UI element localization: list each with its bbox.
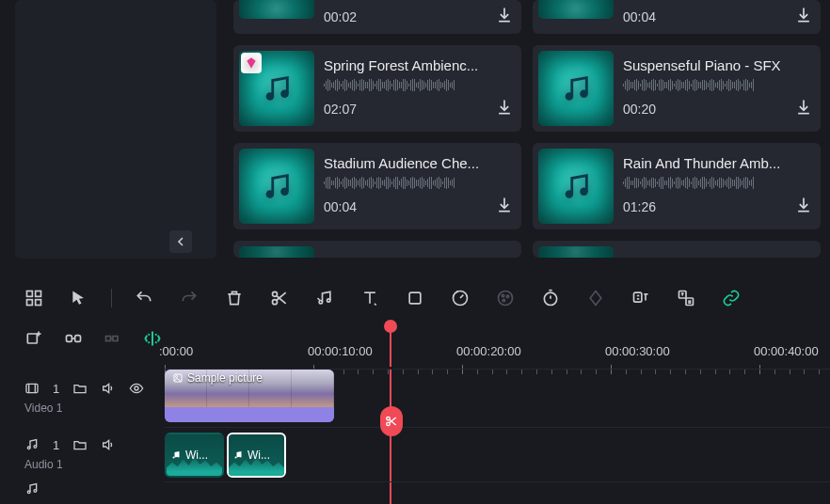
asset-grid: 00:02 00:04 <box>216 0 830 266</box>
speed-button[interactable] <box>451 289 470 307</box>
asset-waveform <box>623 79 813 92</box>
track-index: 1 <box>53 382 59 396</box>
svg-point-36 <box>176 376 178 378</box>
track-row-video: 1 Video 1 Sample picture <box>0 369 830 427</box>
layout-grid-button[interactable] <box>24 289 43 307</box>
add-track-button[interactable] <box>24 329 43 348</box>
svg-point-38 <box>34 446 37 449</box>
asset-card[interactable] <box>233 241 521 258</box>
video-clip[interactable]: Sample picture <box>165 370 334 422</box>
svg-rect-27 <box>67 336 72 342</box>
track-name: Video 1 <box>24 402 165 415</box>
time-ruler[interactable]: :00:00 00:00:10:00 00:00:20:00 00:00:30:… <box>165 339 830 369</box>
delete-button[interactable] <box>225 289 244 307</box>
audio-track-icon <box>24 437 40 452</box>
playhead[interactable] <box>390 325 391 367</box>
asset-duration: 00:04 <box>623 9 656 24</box>
svg-rect-23 <box>634 292 642 302</box>
visibility-icon[interactable] <box>129 381 144 396</box>
asset-waveform <box>324 177 514 190</box>
svg-point-15 <box>327 299 330 302</box>
separator <box>111 289 112 307</box>
download-icon[interactable] <box>495 98 514 120</box>
audio-track-icon <box>24 481 40 496</box>
color-button[interactable] <box>496 289 515 307</box>
svg-point-19 <box>502 294 504 297</box>
audio-clip[interactable]: Wi... <box>165 433 224 478</box>
track-row-audio <box>0 481 830 496</box>
sidebar-collapse-button[interactable] <box>169 230 192 253</box>
undo-button[interactable] <box>135 289 153 307</box>
translate-button[interactable] <box>677 289 695 307</box>
asset-duration: 00:20 <box>623 102 656 117</box>
asset-title: Suspenseful Piano - SFX <box>623 57 813 73</box>
audio-clip[interactable]: Wi... <box>227 433 286 478</box>
ripple-button[interactable] <box>104 329 122 348</box>
svg-point-6 <box>566 190 574 198</box>
speech-to-text-button[interactable] <box>631 289 650 307</box>
asset-sidebar <box>15 0 216 259</box>
playhead-split-button[interactable] <box>380 406 403 436</box>
svg-point-18 <box>499 291 513 306</box>
asset-card[interactable]: Spring Forest Ambienc... 02:07 <box>233 45 521 132</box>
asset-title: Stadium Audience Che... <box>324 155 514 171</box>
split-button[interactable] <box>270 289 289 307</box>
download-icon[interactable] <box>495 196 514 218</box>
svg-point-41 <box>235 457 237 459</box>
music-thumb <box>239 51 314 126</box>
asset-card[interactable]: Stadium Audience Che... 00:04 <box>233 143 521 229</box>
premium-badge-icon <box>241 53 262 73</box>
svg-point-0 <box>266 92 275 101</box>
svg-point-14 <box>319 301 322 304</box>
track-lane[interactable]: Sample picture <box>165 369 830 427</box>
mute-icon[interactable] <box>101 437 116 452</box>
select-tool-button[interactable] <box>70 289 88 307</box>
asset-duration: 02:07 <box>324 102 357 117</box>
music-thumb <box>538 149 614 224</box>
video-track-icon <box>24 381 40 396</box>
stopwatch-button[interactable] <box>541 289 560 307</box>
svg-point-20 <box>506 295 509 298</box>
audio-detach-button[interactable] <box>315 289 334 307</box>
link-tracks-button[interactable] <box>64 329 83 348</box>
asset-card[interactable]: 00:04 <box>533 0 821 34</box>
asset-duration: 00:02 <box>324 9 357 24</box>
svg-point-2 <box>566 92 574 101</box>
download-icon[interactable] <box>495 6 514 28</box>
asset-card[interactable]: Suspenseful Piano - SFX 00:20 <box>533 45 821 132</box>
download-icon[interactable] <box>794 196 813 218</box>
mute-icon[interactable] <box>101 381 116 396</box>
svg-rect-9 <box>36 291 41 297</box>
ruler-label: :00:00 <box>159 344 193 358</box>
track-index: 1 <box>53 438 59 452</box>
svg-point-42 <box>240 456 242 458</box>
text-button[interactable] <box>360 289 379 307</box>
svg-point-40 <box>178 456 180 458</box>
ruler-label: 00:00:20:00 <box>456 344 521 358</box>
music-thumb <box>239 246 314 258</box>
asset-card[interactable]: Rain And Thunder Amb... 01:26 <box>533 143 821 229</box>
crop-button[interactable] <box>406 289 424 307</box>
asset-title: Spring Forest Ambienc... <box>324 57 514 73</box>
asset-card[interactable]: 00:02 <box>233 0 521 34</box>
link-button[interactable] <box>722 289 741 307</box>
svg-point-34 <box>135 386 138 390</box>
asset-duration: 00:04 <box>324 199 357 214</box>
asset-card[interactable] <box>533 241 821 258</box>
download-icon[interactable] <box>794 98 813 120</box>
audio-clip-title: Wi... <box>247 449 270 462</box>
track-row-audio: 1 Audio 1 Wi... Wi... <box>0 427 830 481</box>
track-lane[interactable]: Wi... Wi... <box>165 427 830 481</box>
svg-point-43 <box>27 491 30 494</box>
timeline: :00:00 00:00:10:00 00:00:20:00 00:00:30:… <box>0 320 830 504</box>
folder-icon[interactable] <box>72 381 88 396</box>
ruler-label: 00:00:10:00 <box>308 344 373 358</box>
keyframe-button[interactable] <box>586 289 605 307</box>
redo-button[interactable] <box>180 289 199 307</box>
download-icon[interactable] <box>794 6 813 28</box>
svg-rect-11 <box>36 300 41 306</box>
svg-point-37 <box>27 447 30 449</box>
folder-icon[interactable] <box>72 437 88 452</box>
svg-rect-8 <box>27 291 33 297</box>
music-thumb <box>538 51 614 126</box>
